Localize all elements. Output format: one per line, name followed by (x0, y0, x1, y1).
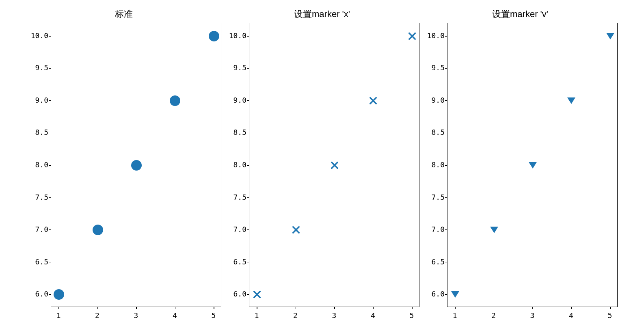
y-tick-mark (49, 100, 51, 101)
x-tick-mark (136, 307, 137, 309)
y-tick-mark (49, 294, 51, 295)
y-tick-mark (445, 36, 447, 37)
y-axis-ticks: 6.06.57.07.58.08.59.09.510.0 (26, 23, 48, 307)
x-tick-label: 4 (569, 311, 573, 320)
chart-title: 标准 (115, 8, 133, 19)
y-tick-mark (49, 68, 51, 69)
circle-marker-icon (209, 31, 219, 41)
x-tick-label: 5 (211, 311, 216, 320)
chart-title: 设置marker 'v' (492, 8, 548, 19)
y-tick-mark (445, 100, 447, 101)
plot-column: 12345 (51, 23, 221, 320)
x-tick-label: 3 (134, 311, 138, 320)
axes-wrap: 6.06.57.07.58.08.59.09.510.012345 (26, 23, 221, 320)
x-tick-mark (296, 307, 296, 309)
x-marker-icon (253, 291, 261, 298)
x-tick-mark (214, 307, 214, 309)
y-tick-mark (247, 165, 249, 166)
x-axis-ticks: 12345 (51, 309, 221, 320)
circle-marker-icon (93, 225, 103, 235)
circle-marker-icon (170, 95, 180, 106)
x-tick-label: 4 (371, 311, 375, 320)
y-tick-mark (445, 197, 447, 198)
x-tick-mark (571, 307, 572, 309)
plot-column: 12345 (249, 23, 419, 320)
y-axis-ticks: 6.06.57.07.58.08.59.09.510.0 (423, 23, 445, 307)
y-tick-mark (247, 229, 249, 230)
x-axis-ticks: 12345 (249, 309, 419, 320)
x-tick-mark (175, 307, 176, 309)
x-tick-label: 4 (173, 311, 177, 320)
x-tick-mark (58, 307, 59, 309)
plot-column: 12345 (447, 23, 618, 320)
x-tick-mark (257, 307, 257, 309)
plot-area (249, 23, 419, 307)
triangle-down-marker-icon (451, 291, 459, 298)
y-tick-mark (247, 294, 249, 295)
x-tick-mark (494, 307, 495, 309)
axes-wrap: 6.06.57.07.58.08.59.09.510.012345 (423, 23, 618, 320)
x-tick-mark (334, 307, 335, 309)
y-tick-mark (445, 294, 447, 295)
y-tick-mark (445, 262, 447, 263)
x-tick-mark (532, 307, 533, 309)
axes-wrap: 6.06.57.07.58.08.59.09.510.012345 (225, 23, 419, 320)
x-tick-label: 1 (453, 311, 457, 320)
y-tick-mark (247, 262, 249, 263)
plot-area (447, 23, 618, 307)
y-tick-mark (49, 165, 51, 166)
y-tick-mark (247, 100, 249, 101)
y-tick-mark (247, 36, 249, 37)
x-tick-label: 2 (491, 311, 496, 320)
x-marker-icon (331, 162, 338, 169)
x-tick-label: 5 (409, 311, 414, 320)
x-axis-ticks: 12345 (447, 309, 618, 320)
x-tick-label: 5 (607, 311, 612, 320)
subplot-3: 设置marker 'v'6.06.57.07.58.08.59.09.510.0… (423, 8, 618, 320)
x-tick-mark (97, 307, 98, 309)
x-tick-label: 1 (56, 311, 61, 320)
triangle-down-marker-icon (567, 97, 575, 104)
x-tick-mark (455, 307, 456, 309)
chart-title: 设置marker 'x' (294, 8, 350, 19)
y-tick-mark (445, 165, 447, 166)
x-tick-label: 3 (332, 311, 337, 320)
triangle-down-marker-icon (490, 227, 498, 233)
triangle-down-marker-icon (529, 162, 537, 169)
subplot-1: 标准6.06.57.07.58.08.59.09.510.012345 (26, 8, 221, 320)
plot-area (51, 23, 221, 307)
x-tick-mark (373, 307, 374, 309)
x-tick-mark (610, 307, 611, 309)
y-tick-mark (247, 133, 249, 134)
y-tick-mark (49, 262, 51, 263)
circle-marker-icon (54, 289, 64, 300)
x-tick-label: 2 (95, 311, 99, 320)
y-tick-mark (49, 197, 51, 198)
x-marker-icon (408, 32, 416, 40)
x-tick-label: 2 (293, 311, 298, 320)
circle-marker-icon (131, 160, 142, 171)
x-marker-icon (292, 226, 300, 234)
x-tick-label: 1 (255, 311, 259, 320)
y-tick-mark (445, 229, 447, 230)
y-tick-mark (247, 197, 249, 198)
y-tick-mark (247, 68, 249, 69)
y-tick-mark (49, 36, 51, 37)
y-tick-mark (49, 133, 51, 134)
y-tick-mark (49, 229, 51, 230)
x-marker-icon (370, 97, 377, 104)
y-axis-ticks: 6.06.57.07.58.08.59.09.510.0 (225, 23, 246, 307)
subplot-2: 设置marker 'x'6.06.57.07.58.08.59.09.510.0… (225, 8, 419, 320)
x-tick-mark (412, 307, 413, 309)
y-tick-mark (445, 133, 447, 134)
y-tick-mark (445, 68, 447, 69)
triangle-down-marker-icon (606, 33, 614, 39)
x-tick-label: 3 (530, 311, 535, 320)
figure: 标准6.06.57.07.58.08.59.09.510.012345设置mar… (0, 0, 644, 331)
